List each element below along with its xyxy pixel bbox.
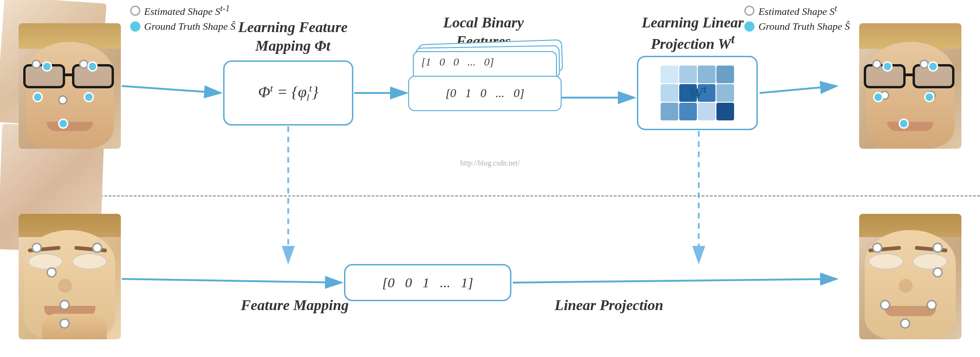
dot-test-r6 (900, 318, 910, 329)
legend-circle-white-left (130, 6, 140, 16)
dot-cyan-r5 (899, 119, 909, 129)
dot-test-r3 (933, 267, 943, 278)
dot-cyan-r2 (928, 61, 938, 72)
legend-circle-white-right (744, 6, 755, 16)
legend-estimated-right: Estimated Shape St (744, 4, 850, 18)
dot-cyan-r3 (873, 92, 883, 102)
dot-cyan-2 (87, 61, 98, 72)
test-binary-box: [0 0 1 ... 1] (344, 264, 511, 301)
face-test-left (19, 214, 121, 339)
dot-test-4 (60, 300, 70, 310)
dot-test-r1 (872, 243, 882, 253)
face-train-right (859, 23, 961, 149)
dot-cyan-r1 (882, 61, 893, 72)
test-binary-text: [0 0 1 ... 1] (382, 275, 473, 291)
phi-formula-box: Φt = {φlt} (223, 60, 353, 126)
legend-estimated-label-left: Estimated Shape St-1 (144, 4, 230, 18)
legend-estimated-left: Estimated Shape St-1 (130, 4, 236, 18)
dot-cyan-5 (58, 119, 68, 129)
dot-train-1 (32, 60, 41, 69)
title-learning-feature-mapping: Learning Feature Mapping Φt (214, 18, 372, 55)
dot-test-3 (46, 267, 57, 278)
phi-formula-text: Φt = {φlt} (258, 82, 318, 103)
w-matrix-box: Wt (637, 56, 758, 130)
dot-train-3 (58, 95, 67, 105)
legend-circle-cyan-left (130, 21, 140, 32)
legend-circle-cyan-right (744, 21, 755, 32)
watermark: http://blog.csdn.net/ (460, 159, 520, 167)
legend-ground-label-right: Ground Truth Shape Ŝ (758, 20, 850, 33)
feature-mapping-label: Feature Mapping (225, 297, 364, 314)
legend-right: Estimated Shape St Ground Truth Shape Ŝ (744, 4, 850, 33)
dot-train-r2 (920, 60, 929, 69)
dot-test-1 (32, 243, 42, 253)
title-learning-linear-proj-text: Learning LinearProjection Wt (642, 14, 744, 52)
face-train-left (19, 23, 121, 149)
svg-line-6 (122, 279, 342, 283)
legend-estimated-label-right: Estimated Shape St (758, 4, 837, 18)
svg-line-5 (760, 86, 837, 93)
dot-cyan-4 (84, 92, 94, 102)
dot-test-r5 (927, 300, 937, 310)
dot-cyan-1 (42, 61, 52, 72)
svg-line-2 (122, 86, 221, 93)
dot-train-r1 (872, 60, 881, 69)
diagram-container: Train Test Estimated Sha (0, 0, 980, 357)
dot-train-2 (79, 60, 88, 69)
dot-test-r4 (880, 300, 890, 310)
face-test-right (859, 214, 961, 339)
linear-projection-label: Linear Projection (535, 297, 683, 314)
train-test-divider (0, 195, 980, 197)
svg-line-7 (513, 279, 837, 283)
dot-test-2 (92, 243, 102, 253)
w-label-text: Wt (689, 83, 707, 103)
legend-ground-right: Ground Truth Shape Ŝ (744, 20, 850, 33)
dot-test-5 (60, 318, 70, 329)
dot-test-r2 (933, 243, 943, 253)
dot-cyan-3 (33, 92, 43, 102)
dot-cyan-r4 (924, 92, 934, 102)
